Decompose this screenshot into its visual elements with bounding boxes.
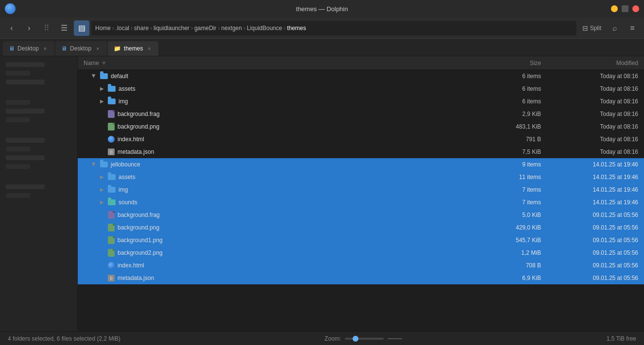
col-size-header[interactable]: Size [483, 60, 541, 66]
table-row[interactable]: ▶ () metadata.json 6,9 KiB 09.01.25 at 0… [78, 272, 644, 284]
frag-file-icon [108, 110, 115, 118]
sidebar-item-2[interactable] [0, 69, 77, 78]
expand-arrow[interactable]: ▶ [99, 99, 105, 104]
tab-themes-close[interactable]: × [146, 45, 153, 52]
folder-icon [108, 187, 116, 193]
file-name-cell: ▶ jellobounce [84, 161, 483, 168]
sidebar-item-10[interactable] [0, 162, 77, 171]
file-modified-cell: Today at 08:16 [541, 136, 638, 143]
tab-themes[interactable]: 📁 themes × [108, 41, 158, 56]
split-button[interactable]: ⊟ Split [578, 22, 605, 34]
sidebar-item-4[interactable] [0, 98, 77, 107]
sidebar-item-3[interactable] [0, 78, 77, 86]
file-size-cell: 708 B [483, 262, 541, 269]
file-name-text: img [119, 186, 128, 193]
file-name-text: index.html [118, 262, 144, 269]
table-row[interactable]: ▶ index.html 791 B Today at 08:16 [78, 133, 644, 146]
table-row[interactable]: ▶ default 6 items Today at 08:16 [78, 70, 644, 82]
close-button[interactable] [632, 5, 639, 12]
main-content: Name ▼ Size Modified ▶ default 6 items T… [0, 56, 644, 331]
sidebar-blur-6 [6, 117, 30, 122]
sidebar-item-5[interactable] [0, 107, 77, 115]
table-row[interactable]: ▶ img 7 items 14.01.25 at 19:46 [78, 183, 644, 196]
selection-info: 4 folders selected, 6 files selected (2,… [8, 335, 120, 342]
breadcrumb-local[interactable]: .local [116, 25, 129, 32]
maximize-button[interactable] [622, 5, 628, 12]
zoom-area: Zoom: [324, 335, 402, 342]
sidebar-item-12[interactable] [0, 191, 77, 200]
table-row[interactable]: ▶ img 6 items Today at 08:16 [78, 95, 644, 108]
table-row[interactable]: ▶ index.html 708 B 09.01.25 at 05:56 [78, 259, 644, 272]
breadcrumb-liquidbounce[interactable]: LiquidBounce [247, 25, 282, 32]
file-modified-cell: 09.01.25 at 05:56 [541, 237, 638, 244]
folder-icon [108, 86, 116, 92]
sidebar-item-1[interactable] [0, 60, 77, 69]
sidebar-item-8[interactable] [0, 145, 77, 153]
details-view-button[interactable]: ▤ [74, 20, 89, 36]
file-size-cell: 429,0 KiB [483, 224, 541, 231]
breadcrumb-nextgen[interactable]: nextgen [221, 25, 242, 32]
file-modified-cell: 09.01.25 at 05:56 [541, 249, 638, 256]
sidebar-section-1 [0, 60, 77, 86]
sidebar-item-6[interactable] [0, 115, 77, 124]
minimize-button[interactable] [611, 5, 618, 12]
expand-arrow[interactable]: ▶ [91, 73, 97, 79]
tab-desktop-1[interactable]: 🖥 Desktop × [3, 41, 54, 56]
table-row[interactable]: ▶ jellobounce 9 items 14.01.25 at 19:46 [78, 158, 644, 171]
expand-arrow[interactable]: ▶ [99, 174, 105, 180]
sidebar-item-7[interactable] [0, 136, 77, 145]
file-name-text: background1.png [118, 237, 163, 244]
expand-arrow[interactable]: ▶ [91, 162, 97, 167]
sidebar-section-2 [0, 98, 77, 124]
table-row[interactable]: ▶ sounds 7 items 14.01.25 at 19:46 [78, 196, 644, 209]
tab-desktop-2[interactable]: 🖥 Desktop × [55, 41, 107, 56]
breadcrumb-themes[interactable]: themes [287, 25, 306, 32]
file-name-cell: ▶ img [84, 98, 483, 105]
table-row[interactable]: ▶ () metadata.json 7,5 KiB Today at 08:1… [78, 146, 644, 158]
breadcrumb-share[interactable]: share [134, 25, 149, 32]
tab-desktop-1-close[interactable]: × [42, 45, 49, 52]
sort-icon: ▼ [101, 60, 107, 66]
file-modified-cell: Today at 08:16 [541, 98, 638, 105]
file-size-cell: 6 items [483, 73, 541, 80]
file-name-cell: ▶ background2.png [84, 249, 483, 257]
file-modified-cell: Today at 08:16 [541, 73, 638, 80]
forward-button[interactable]: › [21, 20, 37, 36]
table-row[interactable]: ▶ background.frag 2,9 KiB Today at 08:16 [78, 108, 644, 120]
sidebar [0, 56, 78, 331]
search-button[interactable]: ⌕ [607, 20, 623, 36]
list-view-button[interactable]: ☰ [56, 20, 72, 36]
expand-arrow[interactable]: ▶ [99, 199, 105, 205]
sidebar-blur-4 [6, 100, 30, 105]
breadcrumb-gamedir[interactable]: gameDir [194, 25, 216, 32]
file-name-cell: ▶ default [84, 73, 483, 80]
tab-desktop-2-close[interactable]: × [94, 45, 101, 52]
file-size-cell: 5,0 KiB [483, 212, 541, 218]
png-file-icon [108, 249, 115, 257]
sidebar-item-9[interactable] [0, 153, 77, 162]
file-name-cell: ▶ background.png [84, 123, 483, 131]
table-row[interactable]: ▶ background.frag 5,0 KiB 09.01.25 at 05… [78, 209, 644, 221]
col-name-header[interactable]: Name ▼ [84, 60, 483, 66]
breadcrumb-liquidlauncher[interactable]: liquidlauncher [153, 25, 189, 32]
table-row[interactable]: ▶ background1.png 545,7 KiB 09.01.25 at … [78, 234, 644, 246]
table-row[interactable]: ▶ background.png 429,0 KiB 09.01.25 at 0… [78, 221, 644, 234]
file-modified-cell: 09.01.25 at 05:56 [541, 212, 638, 218]
png-file-icon [108, 123, 115, 131]
table-row[interactable]: ▶ background.png 483,1 KiB Today at 08:1… [78, 120, 644, 133]
file-name-text: index.html [118, 136, 144, 143]
grid-view-button[interactable]: ⠿ [39, 20, 54, 36]
col-modified-header[interactable]: Modified [541, 60, 638, 66]
back-button[interactable]: ‹ [4, 20, 19, 36]
file-list[interactable]: ▶ default 6 items Today at 08:16 ▶ asset… [78, 70, 644, 331]
table-row[interactable]: ▶ assets 6 items Today at 08:16 [78, 82, 644, 95]
zoom-slider[interactable] [345, 338, 384, 340]
expand-arrow[interactable]: ▶ [99, 86, 105, 92]
table-row[interactable]: ▶ assets 11 items 14.01.25 at 19:46 [78, 171, 644, 183]
sidebar-item-11[interactable] [0, 182, 77, 191]
zoom-label: Zoom: [324, 335, 341, 342]
expand-arrow[interactable]: ▶ [99, 187, 105, 193]
table-row[interactable]: ▶ background2.png 1,2 MiB 09.01.25 at 05… [78, 246, 644, 259]
breadcrumb-home[interactable]: Home [95, 25, 111, 32]
menu-button[interactable]: ≡ [625, 20, 640, 36]
